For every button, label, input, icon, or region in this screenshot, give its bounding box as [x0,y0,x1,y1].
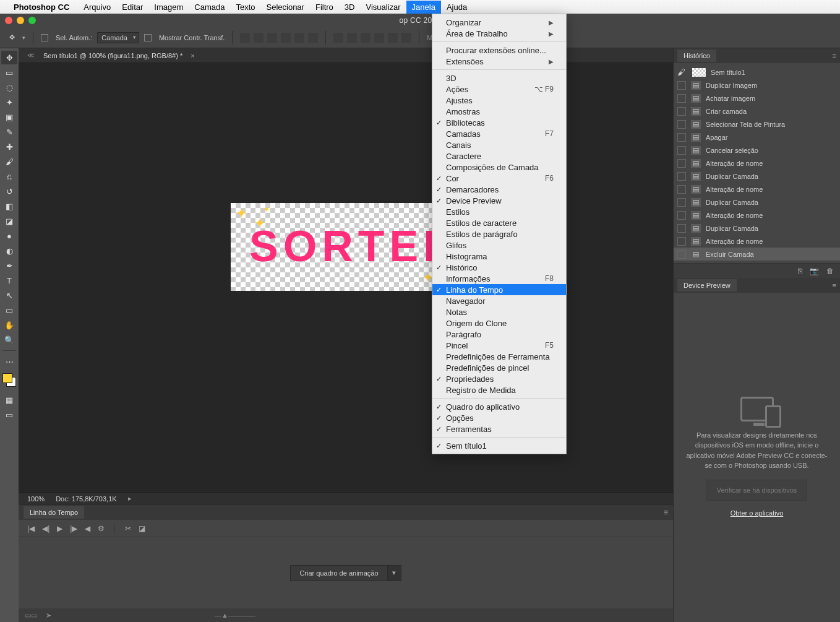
align-icon[interactable] [294,33,304,43]
history-snapshot[interactable]: 🖌 Sem título1 [674,66,840,79]
menu-item[interactable]: ✓Histórico [432,262,566,273]
eyedropper-tool[interactable]: ✎ [1,125,17,139]
panel-menu-icon[interactable]: ≡ [833,52,836,59]
menu-item[interactable]: Estilos de parágrafo [432,228,566,240]
menu-item[interactable]: Composições de Camada [432,162,566,173]
menu-item[interactable]: Predefinições de Ferramenta [432,351,566,362]
prev-frame-icon[interactable]: ◀| [42,524,49,533]
close-tab-icon[interactable]: × [191,52,194,59]
history-step[interactable]: ▤Alteração de nome [674,209,840,222]
visibility-box[interactable] [677,211,686,220]
dodge-tool[interactable]: ◐ [1,244,17,257]
visibility-box[interactable] [677,107,686,116]
distribute-icon[interactable] [388,33,398,43]
brush-tool[interactable]: 🖌 [1,155,17,168]
shape-tool[interactable]: ▭ [1,303,17,317]
timeline-tab[interactable]: Linha do Tempo [24,506,84,519]
color-swatch[interactable] [2,373,16,387]
menu-item[interactable]: 3D [432,72,566,84]
menu-item[interactable]: Notas [432,306,566,317]
device-preview-tab[interactable]: Device Preview [677,279,737,292]
menu-arquivo[interactable]: Arquivo [78,1,116,14]
menu-item[interactable]: Organizar▶ [432,17,566,28]
visibility-box[interactable] [677,133,686,142]
crop-tool[interactable]: ▣ [1,110,17,124]
trash-icon[interactable]: 🗑 [826,267,834,275]
eraser-tool[interactable]: ◧ [1,199,17,213]
move-tool-icon[interactable]: ✥ [6,32,17,43]
last-frame-icon[interactable]: ◀ [85,524,90,533]
first-frame-icon[interactable]: |◀ [27,524,35,533]
menu-item[interactable]: PincelF5 [432,340,566,351]
create-frame-button[interactable]: Criar quadro de animação [290,565,387,581]
marquee-tool[interactable]: ▭ [1,66,17,79]
menu-camada[interactable]: Camada [189,1,230,14]
align-icon[interactable] [267,33,277,43]
history-step[interactable]: ▤Duplicar Camada [674,196,840,209]
lasso-tool[interactable]: ◌ [1,80,17,94]
visibility-box[interactable] [677,94,686,103]
path-tool[interactable]: ↖ [1,288,17,302]
menu-item[interactable]: InformaçõesF8 [432,273,566,284]
settings-icon[interactable]: ⚙ [98,524,105,533]
menu-item[interactable]: ✓Demarcadores [432,184,566,195]
menu-texto[interactable]: Texto [230,1,260,14]
menu-item[interactable]: Predefinições de pincel [432,362,566,373]
play-icon[interactable]: ▶ [57,524,62,533]
canvas[interactable]: ✦ ✦ ✦ ✦ SORTEIO! [19,63,673,492]
history-step[interactable]: ▤Duplicar Imagem [674,79,840,92]
visibility-box[interactable] [677,159,686,168]
gradient-tool[interactable]: ◪ [1,214,17,228]
menu-item[interactable]: ✓Propriedades [432,373,566,384]
distribute-icon[interactable] [347,33,357,43]
status-arrow-icon[interactable]: ▸ [128,495,132,503]
visibility-box[interactable] [677,250,686,259]
history-step[interactable]: ▤Alteração de nome [674,183,840,196]
edit-toolbar[interactable]: ⋯ [1,355,17,368]
menu-item[interactable]: ✓Sem título1 [432,440,566,451]
timeline-footer-icon[interactable]: ➤ [46,611,51,620]
menu-item[interactable]: ✓Bibliotecas [432,117,566,128]
panel-menu-icon[interactable]: ≡ [833,282,836,289]
history-step[interactable]: ▤Criar camada [674,105,840,118]
menu-item[interactable]: Parágrafo [432,329,566,340]
menu-item[interactable]: Registro de Medida [432,384,566,395]
panel-menu-icon[interactable]: ≡ [664,508,668,517]
history-step[interactable]: ▤Duplicar Camada [674,170,840,183]
create-frame-dropdown[interactable]: ▾ [388,565,401,581]
timeline-footer-icon[interactable]: ▭▭ [25,611,37,620]
menu-item[interactable]: Navegador [432,295,566,306]
align-icon[interactable] [308,33,318,43]
slider-track[interactable]: —▲———— [215,611,255,619]
menu-3d[interactable]: 3D [339,1,361,14]
distribute-icon[interactable] [401,33,411,43]
menu-editar[interactable]: Editar [116,1,148,14]
history-brush-tool[interactable]: ↺ [1,184,17,198]
align-icon[interactable] [281,33,291,43]
distribute-icon[interactable] [361,33,371,43]
menu-item[interactable]: Ajustes [432,95,566,106]
menu-item[interactable]: Histograma [432,251,566,262]
menu-filtro[interactable]: Filtro [310,1,339,14]
healing-tool[interactable]: ✚ [1,140,17,153]
history-step[interactable]: ▤Cancelar seleção [674,144,840,157]
menu-item[interactable]: ✓Ferramentas [432,423,566,434]
history-step[interactable]: ▤Duplicar Camada [674,222,840,235]
history-step[interactable]: ▤Alteração de nome [674,235,840,248]
menu-item[interactable]: ✓CorF6 [432,173,566,184]
history-step[interactable]: ▤Achatar imagem [674,92,840,105]
visibility-box[interactable] [677,172,686,181]
history-step[interactable]: ▤Excluir Camada [674,248,840,261]
history-tab[interactable]: Histórico [677,50,716,62]
history-step[interactable]: ▤Apagar [674,131,840,144]
menu-imagem[interactable]: Imagem [148,1,189,14]
history-step[interactable]: ▤Selecionar Tela de Pintura [674,118,840,131]
menu-item[interactable]: Área de Trabalho▶ [432,28,566,39]
menu-item[interactable]: CamadasF7 [432,128,566,139]
menu-item[interactable]: Glifos [432,240,566,251]
menu-item[interactable]: Procurar extensões online... [432,45,566,56]
zoom-icon[interactable] [28,17,36,24]
doc-size[interactable]: Doc: 175,8K/703,1K [56,495,116,503]
move-tool[interactable]: ✥ [1,51,17,64]
screen-mode[interactable]: ▭ [1,408,17,421]
